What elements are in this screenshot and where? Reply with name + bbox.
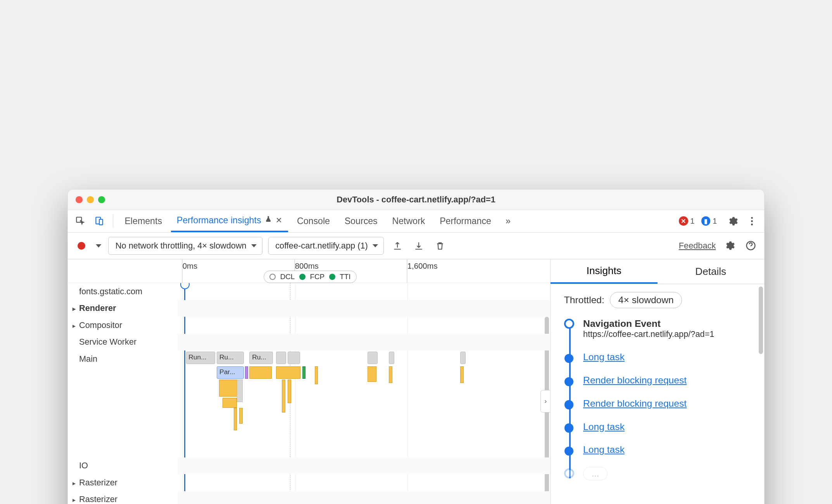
maximize-window-icon[interactable] — [98, 196, 105, 203]
insights-sidepanel: Insights Details Throttled: 4× slowdown … — [551, 259, 764, 504]
insights-toolbar: No network throttling, 4× slowdown coffe… — [68, 233, 764, 260]
timeline-node-icon — [564, 319, 574, 329]
svg-rect-2 — [99, 219, 103, 225]
side-tab-insights[interactable]: Insights — [551, 259, 658, 284]
panel-settings-icon[interactable] — [722, 238, 737, 254]
minimize-window-icon[interactable] — [87, 196, 93, 203]
feedback-link[interactable]: Feedback — [679, 241, 716, 251]
throttled-label: Throttled: — [564, 295, 604, 306]
experiment-flask-icon — [264, 215, 272, 226]
task-block[interactable]: Ru... — [217, 352, 244, 364]
task-block[interactable] — [389, 352, 394, 364]
error-count-badge[interactable]: ✕ 1 — [679, 216, 694, 225]
time-tick: 800ms — [295, 262, 319, 271]
task-block-selected[interactable]: Par... — [217, 366, 244, 379]
track-row[interactable]: IO — [68, 457, 178, 475]
timeline-rows: › fonts.gstatic.com Renderer Compositor … — [68, 283, 550, 504]
task-block[interactable]: Ru... — [249, 352, 273, 364]
fcp-marker-icon — [299, 274, 306, 280]
export-icon[interactable] — [390, 238, 406, 254]
inspect-element-icon[interactable] — [72, 213, 88, 229]
titlebar: DevTools - coffee-cart.netlify.app/?ad=1 — [68, 190, 764, 210]
task-block[interactable]: Run... — [186, 352, 215, 364]
tab-elements[interactable]: Elements — [119, 210, 168, 232]
tab-sources[interactable]: Sources — [339, 210, 383, 232]
svg-point-3 — [751, 217, 753, 219]
insight-item[interactable]: Long task — [583, 352, 760, 362]
tti-marker-icon — [329, 274, 335, 280]
task-block[interactable] — [460, 352, 466, 364]
track-row[interactable]: Rasterizer — [68, 474, 178, 491]
window-title: DevTools - coffee-cart.netlify.app/?ad=1 — [68, 195, 764, 205]
window-controls — [68, 196, 105, 203]
track-row-main[interactable]: Main — [68, 350, 178, 457]
insight-item[interactable]: Render blocking request — [583, 375, 760, 386]
side-tab-details[interactable]: Details — [658, 259, 765, 284]
main-split: 0ms 800ms 1,600ms DCL FCP TTI › — [68, 259, 764, 504]
import-icon[interactable] — [411, 238, 427, 254]
tab-console[interactable]: Console — [291, 210, 335, 232]
task-block[interactable] — [276, 352, 286, 364]
insight-item[interactable]: … — [583, 468, 760, 478]
error-icon: ✕ — [679, 216, 688, 225]
close-window-icon[interactable] — [76, 196, 82, 203]
device-toolbar-icon[interactable] — [91, 213, 107, 229]
tab-performance[interactable]: Performance — [434, 210, 497, 232]
insight-item[interactable]: Render blocking request — [583, 398, 760, 409]
issue-count-badge[interactable]: ▮ 1 — [701, 216, 717, 225]
panel-tabs: Elements Performance insights ✕ Console … — [68, 210, 764, 233]
settings-icon[interactable] — [725, 213, 741, 229]
track-row[interactable]: Renderer — [68, 300, 178, 317]
close-tab-icon[interactable]: ✕ — [276, 216, 282, 225]
task-block[interactable] — [368, 352, 378, 364]
task-block[interactable] — [288, 352, 300, 364]
track-row[interactable]: Rasterizer — [68, 491, 178, 504]
throttled-pill: 4× slowdown — [610, 292, 682, 308]
delete-icon[interactable] — [432, 238, 448, 254]
track-row[interactable]: Compositor — [68, 317, 178, 334]
more-tabs-icon[interactable]: » — [500, 213, 516, 229]
track-row[interactable]: Service Worker — [68, 334, 178, 351]
dcl-marker-icon — [269, 274, 276, 280]
timeline-panel: 0ms 800ms 1,600ms DCL FCP TTI › — [68, 259, 551, 504]
side-tabs: Insights Details — [551, 259, 764, 284]
timeline-ruler[interactable]: 0ms 800ms 1,600ms DCL FCP TTI — [68, 259, 550, 283]
tab-performance-insights[interactable]: Performance insights ✕ — [171, 210, 288, 232]
issue-icon: ▮ — [701, 216, 710, 225]
tracks: Run... Ru... Ru... Par... — [178, 283, 550, 504]
insight-item[interactable]: Long task — [583, 421, 760, 432]
page-select[interactable]: coffee-cart.netlify.app (1) — [268, 237, 384, 255]
time-tick: 1,600ms — [407, 262, 438, 271]
help-icon[interactable] — [743, 238, 759, 254]
insight-nav-event[interactable]: Navigation Event https://coffee-cart.net… — [583, 318, 760, 339]
throttling-select[interactable]: No network throttling, 4× slowdown — [108, 237, 262, 255]
time-tick: 0ms — [183, 262, 197, 271]
record-button[interactable] — [74, 238, 90, 254]
svg-point-5 — [751, 223, 753, 225]
more-menu-icon[interactable] — [744, 213, 760, 229]
tab-network[interactable]: Network — [387, 210, 431, 232]
devtools-window: DevTools - coffee-cart.netlify.app/?ad=1… — [67, 189, 765, 504]
main-thread-track[interactable]: Run... Ru... Ru... Par... — [178, 350, 550, 457]
insights-body: Throttled: 4× slowdown Navigation Event … — [551, 284, 764, 504]
insight-item[interactable]: Long task — [583, 444, 760, 455]
record-dropdown-icon[interactable] — [95, 238, 103, 254]
insights-list: Navigation Event https://coffee-cart.net… — [564, 318, 760, 478]
svg-point-4 — [751, 220, 753, 222]
track-row[interactable]: fonts.gstatic.com — [68, 283, 178, 300]
web-vitals-markers[interactable]: DCL FCP TTI — [264, 271, 357, 283]
